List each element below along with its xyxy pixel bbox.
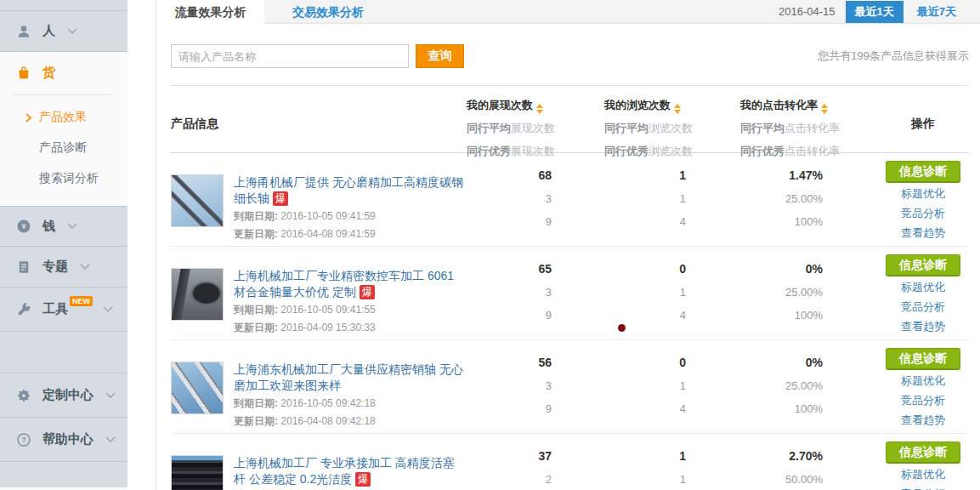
diagnose-button[interactable]: 信息诊断 (886, 161, 960, 183)
range-1day-button[interactable]: 最近1天 (846, 1, 904, 23)
sidebar-item-label: 货 (42, 65, 55, 81)
product-thumbnail[interactable] (171, 455, 224, 490)
tab-trade-analysis[interactable]: 交易效果分析 (264, 0, 392, 23)
impressions-cell: 37 2 (467, 434, 552, 490)
sidebar-item-help-center[interactable]: ? 帮助中心 (0, 418, 127, 462)
views-cell: 0 1 4 (552, 340, 686, 433)
chevron-down-icon (105, 392, 116, 399)
app-window: 人 货 产品效果 产品诊断 (0, 0, 980, 490)
sidebar-section-goods: 货 产品效果 产品诊断 搜索词分析 (0, 52, 127, 206)
query-button[interactable]: 查询 (416, 44, 464, 68)
sort-icon[interactable] (536, 104, 543, 114)
table-row: 上海机械加工厂专业精密数控车加工 6061材合金轴量大价优 定制爆 到期日期: … (171, 247, 969, 340)
product-title-link[interactable]: 上海甬机械厂提供 无心磨精加工高精度碳钢 细长轴 (234, 175, 463, 205)
title-optimize-link[interactable]: 标题优化 (901, 185, 945, 202)
expire-date: 到期日期: 2016-10-05 09:41:59 (234, 208, 465, 225)
column-spacer (823, 434, 876, 490)
impressions-cell: 65 3 9 (467, 247, 552, 339)
sidebar-item-label: 产品效果 (39, 110, 87, 125)
chevron-down-icon (67, 223, 77, 230)
view-trend-link[interactable]: 查看趋势 (901, 317, 945, 335)
table-row: 上海浦东机械加工厂大量供应精密销轴 无心磨加工欢迎来图来样 到期日期: 2016… (171, 340, 969, 434)
hot-badge: 爆 (273, 191, 288, 206)
sortable-header[interactable]: 我的点击转化率 (740, 99, 818, 111)
product-thumbnail[interactable] (171, 268, 224, 321)
person-icon (16, 24, 31, 39)
update-date: 更新日期: 2016-04-08 09:42:18 (234, 413, 465, 430)
ctr-cell: 1.47% 25.00% 100% (686, 153, 823, 246)
sidebar-item-product-effect[interactable]: 产品效果 (0, 102, 127, 133)
sidebar-item-tools[interactable]: 工具 NEW (0, 288, 127, 332)
diagnose-button[interactable]: 信息诊断 (886, 348, 960, 370)
sidebar-item-topics[interactable]: 专题 (0, 247, 127, 288)
column-header-views: 我的浏览次数 同行平均浏览次数 同行优秀浏览次数 (552, 86, 686, 162)
shopping-bag-icon (16, 65, 31, 80)
hot-badge: 爆 (355, 472, 371, 487)
sidebar-item-custom-center[interactable]: 定制中心 (0, 373, 127, 418)
sidebar-item-person[interactable]: 人 (0, 11, 127, 52)
sidebar-item-search-term-analysis[interactable]: 搜索词分析 (0, 163, 127, 194)
tab-traffic-analysis[interactable]: 流量效果分析 (156, 0, 264, 25)
current-date: 2016-04-15 (779, 5, 836, 18)
expire-date: 到期日期: 2016-10-05 09:42:18 (234, 396, 465, 412)
title-optimize-link[interactable]: 标题优化 (901, 278, 945, 296)
column-header-action: 操作 (876, 86, 970, 162)
sidebar-item-label: 工具 (42, 301, 68, 317)
table-header: 产品信息 我的展现次数 同行平均展现次数 同行优秀展现次数 我的浏览次数 同行平… (171, 85, 969, 153)
column-spacer (823, 340, 876, 433)
title-optimize-link[interactable]: 标题优化 (901, 372, 945, 390)
view-trend-link[interactable]: 查看趋势 (901, 224, 945, 242)
sidebar-item-label: 帮助中心 (42, 431, 93, 447)
chevron-down-icon (67, 28, 77, 35)
main-area: 流量效果分析 交易效果分析 2016-04-15 最近1天 最近7天 查询 您共… (127, 0, 980, 490)
sortable-header[interactable]: 我的浏览次数 (604, 99, 671, 111)
impressions-cell: 56 3 9 (467, 340, 552, 433)
product-title-link[interactable]: 上海机械加工厂专业精密数控车加工 6061材合金轴量大价优 定制 (234, 269, 454, 299)
chevron-down-icon (80, 264, 90, 271)
sidebar-item-label: 人 (42, 23, 55, 39)
table-row: 上海机械加工厂 专业承接加工 高精度活塞杆 公差稳定 0.2光洁度爆 到期日期:… (171, 434, 969, 490)
table-row: 上海甬机械厂提供 无心磨精加工高精度碳钢 细长轴爆 到期日期: 2016-10-… (171, 153, 969, 247)
svg-text:¥: ¥ (21, 222, 25, 231)
search-row: 查询 您共有199条产品信息获得展示 (171, 44, 969, 68)
view-trend-link[interactable]: 查看趋势 (901, 411, 945, 429)
title-optimize-link[interactable]: 标题优化 (901, 465, 945, 483)
wrench-icon (16, 302, 31, 317)
sidebar-section-tail (0, 462, 127, 487)
sidebar-item-product-diagnosis[interactable]: 产品诊断 (0, 133, 127, 163)
sidebar-item-label: 搜索词分析 (39, 171, 99, 186)
svg-text:?: ? (21, 436, 25, 444)
divider (14, 94, 114, 95)
sidebar-item-label: 专题 (42, 259, 68, 275)
sidebar-item-goods[interactable]: 货 (0, 52, 127, 93)
diagnose-button[interactable]: 信息诊断 (886, 254, 960, 276)
product-search-input[interactable] (171, 44, 409, 68)
product-title-link[interactable]: 上海机械加工厂 专业承接加工 高精度活塞杆 公差稳定 0.2光洁度 (234, 456, 455, 486)
sidebar-spacer (0, 332, 127, 373)
ctr-cell: 2.70% 50.00% (686, 434, 823, 490)
product-title-link[interactable]: 上海浦东机械加工厂大量供应精密销轴 无心磨加工欢迎来图来样 (234, 362, 463, 392)
sortable-header[interactable]: 我的展现次数 (467, 99, 533, 111)
range-7day-link[interactable]: 最近7天 (917, 4, 956, 20)
competitor-analysis-link[interactable]: 竞品分析 (901, 204, 945, 222)
tab-bar: 流量效果分析 交易效果分析 2016-04-15 最近1天 最近7天 (156, 0, 980, 24)
new-badge: NEW (70, 296, 93, 306)
competitor-analysis-link[interactable]: 竞品分析 (901, 485, 945, 490)
document-icon (16, 259, 31, 275)
sidebar-item-money[interactable]: ¥ 钱 (0, 206, 127, 247)
sidebar-item-label: 钱 (42, 219, 55, 235)
gear-icon (16, 388, 31, 403)
sort-icon[interactable] (674, 104, 681, 114)
column-header-ctr: 我的点击转化率 同行平均点击转化率 同行优秀点击转化率 (686, 86, 823, 162)
hot-badge: 爆 (360, 285, 375, 299)
ctr-cell: 0% 25.00% 100% (686, 247, 823, 339)
product-thumbnail[interactable] (171, 174, 224, 227)
expire-date: 到期日期: 2016-10-05 09:41:55 (234, 302, 465, 318)
diagnose-button[interactable]: 信息诊断 (886, 442, 960, 464)
sidebar-item-label: 产品诊断 (39, 140, 87, 156)
views-cell: 1 1 (552, 434, 686, 490)
competitor-analysis-link[interactable]: 竞品分析 (901, 298, 945, 316)
product-thumbnail[interactable] (171, 362, 224, 414)
coin-icon: ¥ (16, 219, 31, 234)
competitor-analysis-link[interactable]: 竞品分析 (901, 391, 945, 409)
